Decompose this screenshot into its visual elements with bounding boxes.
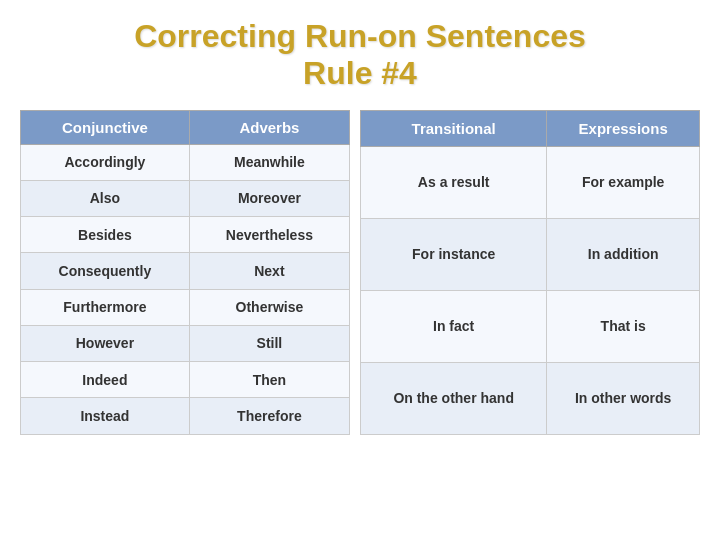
left-table: Conjunctive Adverbs AccordinglyMeanwhile… [20, 110, 350, 435]
left-table-row: Also [21, 180, 190, 216]
tables-container: Conjunctive Adverbs AccordinglyMeanwhile… [20, 110, 700, 435]
page: Correcting Run-on Sentences Rule #4 Conj… [0, 0, 720, 540]
left-table-row: Then [189, 362, 349, 398]
left-col2-header: Adverbs [189, 110, 349, 144]
right-table-row: In other words [547, 362, 700, 434]
right-table: Transitional Expressions As a resultFor … [360, 110, 700, 435]
left-table-row: Moreover [189, 180, 349, 216]
page-title: Correcting Run-on Sentences Rule #4 [134, 18, 586, 92]
left-table-row: Otherwise [189, 289, 349, 325]
left-table-row: Accordingly [21, 144, 190, 180]
right-table-row: In addition [547, 218, 700, 290]
left-table-row: Therefore [189, 398, 349, 434]
right-table-row: That is [547, 290, 700, 362]
left-table-row: However [21, 325, 190, 361]
right-table-row: For instance [361, 218, 547, 290]
left-table-row: Nevertheless [189, 217, 349, 253]
left-table-row: Instead [21, 398, 190, 434]
left-table-row: Next [189, 253, 349, 289]
left-table-row: Consequently [21, 253, 190, 289]
right-col1-header: Transitional [361, 110, 547, 146]
right-table-row: In fact [361, 290, 547, 362]
left-col1-header: Conjunctive [21, 110, 190, 144]
right-table-row: For example [547, 146, 700, 218]
left-table-row: Indeed [21, 362, 190, 398]
right-table-row: On the other hand [361, 362, 547, 434]
left-table-row: Meanwhile [189, 144, 349, 180]
left-table-row: Still [189, 325, 349, 361]
left-table-row: Besides [21, 217, 190, 253]
right-col2-header: Expressions [547, 110, 700, 146]
right-table-row: As a result [361, 146, 547, 218]
left-table-row: Furthermore [21, 289, 190, 325]
